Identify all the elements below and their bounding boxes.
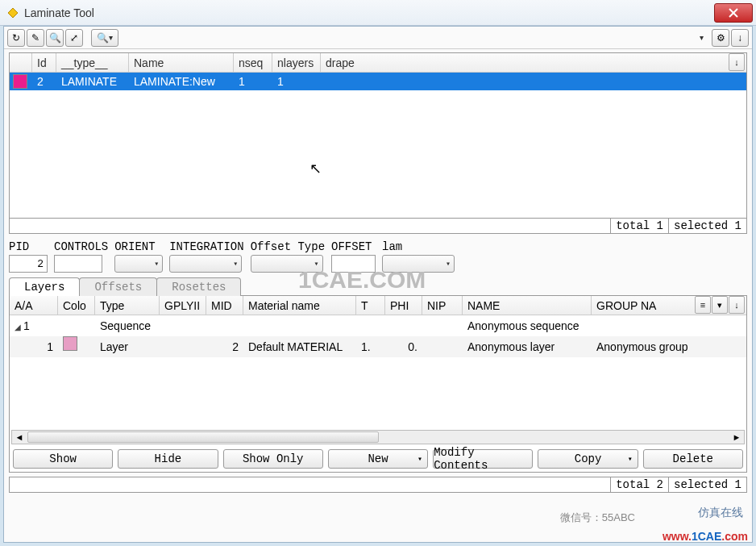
bottom-status: total 2 selected 1: [9, 477, 747, 493]
col-phi[interactable]: PHI: [385, 296, 422, 315]
settings-button[interactable]: ⚙: [712, 29, 729, 47]
pid-label: PID: [9, 240, 48, 255]
integration-combo[interactable]: ▾: [169, 255, 242, 273]
filter-icon[interactable]: ▾: [712, 296, 728, 314]
cell-name: LAMINATE:New: [129, 75, 234, 88]
copy-label: Copy: [575, 452, 602, 465]
watermark-url: www.1CAE.com: [663, 530, 748, 543]
layer-row-sequence[interactable]: ◢1 Sequence Anonymous sequence: [10, 315, 746, 336]
collapse-icon[interactable]: ◢: [15, 323, 21, 331]
dropdown-icon[interactable]: ▾: [700, 33, 704, 42]
scroll-down-icon[interactable]: ↓: [729, 53, 745, 71]
bottom-total: total 2: [610, 477, 668, 492]
copy-button[interactable]: Copy▾: [538, 449, 638, 469]
controls-input[interactable]: [54, 255, 102, 273]
window-title: Laminate Tool: [24, 6, 94, 19]
scroll-thumb[interactable]: [27, 431, 379, 443]
offset-type-label: Offset Type: [251, 240, 325, 255]
cell-mat: Default MATERIAL: [243, 336, 356, 357]
main-frame: ↻ ✎ 🔍 ⤢ 🔍▾ ▾ ⚙ ↓ Id __type__ Name nseq n…: [3, 26, 753, 543]
col-drape[interactable]: drape: [321, 53, 365, 73]
pid-input[interactable]: [9, 255, 48, 273]
edit-button[interactable]: ✎: [27, 29, 44, 47]
table-row[interactable]: 2 LAMINATE LAMINATE:New 1 1: [10, 73, 746, 90]
cell-type: LAMINATE: [56, 75, 129, 88]
col-aa[interactable]: A/A: [10, 296, 58, 315]
lam-label: lam: [382, 240, 455, 255]
tab-offsets[interactable]: Offsets: [79, 277, 157, 296]
filter-dropdown[interactable]: 🔍▾: [91, 29, 118, 47]
col-matname[interactable]: Material name: [243, 296, 356, 315]
orient-combo[interactable]: ▾: [114, 255, 163, 273]
layers-panel: A/A Colo Type GPLYII MID Material name T…: [9, 295, 747, 473]
cell-name1: Anonymous sequence: [463, 315, 592, 336]
col-ltype[interactable]: Type: [95, 296, 160, 315]
cell-nlayers: 1: [272, 75, 321, 88]
hscrollbar[interactable]: ◄ ►: [11, 430, 745, 444]
hide-button[interactable]: Hide: [118, 449, 218, 469]
col-id[interactable]: Id: [32, 53, 56, 73]
col-nip[interactable]: NIP: [422, 296, 463, 315]
cell-id: 2: [32, 75, 56, 88]
tab-layers[interactable]: Layers: [9, 277, 80, 296]
col-name[interactable]: Name: [129, 53, 234, 73]
cell-type2: Layer: [95, 336, 160, 357]
col-mid[interactable]: MID: [206, 296, 243, 315]
bottom-selected: selected 1: [668, 477, 746, 492]
cursor-icon: ↖: [309, 160, 322, 177]
watermark-cn: 仿真在线: [698, 506, 743, 520]
expand-button[interactable]: ⤢: [65, 29, 83, 47]
grid-status: total 1 selected 1: [10, 218, 746, 233]
grid-header: Id __type__ Name nseq nlayers drape ↓: [10, 53, 746, 73]
col-t[interactable]: T: [356, 296, 385, 315]
col-type[interactable]: __type__: [56, 53, 129, 73]
list-icon[interactable]: ≡: [695, 296, 711, 314]
col-lname[interactable]: NAME: [463, 296, 592, 315]
cell-mid: 2: [206, 336, 243, 357]
download-button[interactable]: ↓: [731, 29, 749, 47]
color-chip: [13, 74, 27, 89]
cell-t: 1.: [356, 336, 385, 357]
watermark-wx: 微信号：55ABC: [560, 511, 635, 525]
col-nlayers[interactable]: nlayers: [272, 53, 321, 73]
cell-group: Anonymous group: [592, 336, 746, 357]
toolbar: ↻ ✎ 🔍 ⤢ 🔍▾ ▾ ⚙ ↓: [4, 27, 752, 49]
grid-body[interactable]: 2 LAMINATE LAMINATE:New 1 1 ↖: [10, 73, 746, 218]
cell-aa1: 1: [23, 319, 30, 332]
orient-label: ORIENT: [114, 240, 163, 255]
scroll-left-icon[interactable]: ◄: [12, 432, 27, 442]
cell-name2: Anonymous layer: [463, 336, 592, 357]
cell-phi: 0.: [385, 336, 422, 357]
modify-button[interactable]: Modify Contents: [433, 449, 533, 469]
col-colo[interactable]: Colo: [58, 296, 95, 315]
layers-header: A/A Colo Type GPLYII MID Material name T…: [10, 296, 746, 315]
show-only-button[interactable]: Show Only: [223, 449, 323, 469]
titlebar: Laminate Tool: [0, 0, 756, 26]
refresh-button[interactable]: ↻: [7, 29, 25, 47]
zoom-button[interactable]: 🔍: [46, 29, 64, 47]
tabs: Layers Offsets Rosettes: [9, 277, 747, 296]
controls-label: CONTROLS: [54, 240, 108, 255]
status-selected: selected 1: [668, 219, 746, 233]
scroll-right-icon[interactable]: ►: [729, 432, 744, 442]
offset-label: OFFSET: [331, 240, 376, 255]
cell-nseq: 1: [234, 75, 272, 88]
col-nseq[interactable]: nseq: [234, 53, 272, 73]
tab-rosettes[interactable]: Rosettes: [156, 277, 241, 296]
col-gply[interactable]: GPLYII: [160, 296, 206, 315]
new-button[interactable]: New▾: [328, 449, 428, 469]
status-total: total 1: [610, 219, 668, 233]
svg-marker-0: [8, 8, 18, 18]
layer-row-layer[interactable]: 1 Layer 2 Default MATERIAL 1. 0. Anonymo…: [10, 336, 746, 357]
down-icon[interactable]: ↓: [729, 296, 745, 314]
integration-label: INTEGRATION: [169, 240, 243, 255]
chevron-down-icon: ▾: [417, 454, 422, 464]
chevron-down-icon: ▾: [628, 454, 633, 464]
layers-empty-area[interactable]: [10, 357, 746, 428]
delete-button[interactable]: Delete: [643, 449, 743, 469]
col-color[interactable]: [10, 53, 32, 73]
app-icon: [6, 6, 19, 19]
cell-type1: Sequence: [95, 315, 160, 336]
show-button[interactable]: Show: [13, 449, 113, 469]
close-button[interactable]: [714, 3, 753, 23]
